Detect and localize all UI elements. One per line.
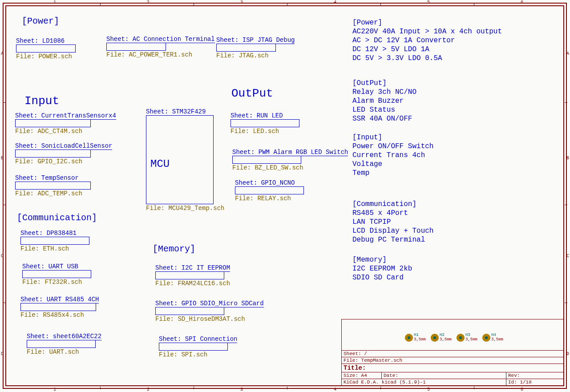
sheet-temp[interactable]: Sheet: TempSensor xyxy=(15,174,79,182)
file-rs485: File: RS485x4.sch xyxy=(20,311,84,319)
box-spi[interactable] xyxy=(159,343,228,351)
sheet-sdio[interactable]: Sheet: GPIO SDIO_Micro SDCard xyxy=(155,300,264,307)
box-s60[interactable] xyxy=(27,340,96,348)
tick xyxy=(287,3,287,5)
ruler-num: 4 xyxy=(334,0,336,5)
note-mem-l2: SDIO SD Card xyxy=(352,274,404,282)
ruler-num: 3 xyxy=(240,0,243,5)
hole-size: 3,5mm xyxy=(491,337,503,342)
sheet-rs485[interactable]: Sheet: UART RS485 4CH xyxy=(20,296,99,303)
ruler-num: 1 xyxy=(53,387,56,392)
file-dp: File: ETH.sch xyxy=(20,245,69,252)
sheet-sonic[interactable]: Sheet: SonicLoadCellSensor xyxy=(15,142,112,150)
tick xyxy=(474,3,474,5)
hole-icon xyxy=(457,334,465,342)
tb-date: Date: xyxy=(382,372,506,379)
box-ct[interactable] xyxy=(15,119,91,127)
hole-ref: H3 xyxy=(465,333,470,337)
file-s60: File: UART.sch xyxy=(27,348,79,356)
ruler-num: 5 xyxy=(427,387,430,392)
tb-id: Id: 1/18 xyxy=(506,379,564,386)
note-mem-title: [Memory] xyxy=(352,256,387,264)
memory-header: [Memory] xyxy=(153,244,195,254)
box-sonic[interactable] xyxy=(15,150,91,158)
hole-ref: H4 xyxy=(491,333,496,337)
box-dp[interactable] xyxy=(20,237,89,245)
ruler-num: 6 xyxy=(521,0,523,5)
box-jtag[interactable] xyxy=(216,44,276,52)
note-input-l2: Current Trans 4ch xyxy=(352,151,425,159)
hole-ref: H1 xyxy=(414,333,419,337)
file-jtag: File: JTAG.sch xyxy=(216,52,269,59)
note-comm-l3: LCD Display + Touch xyxy=(352,227,433,235)
sheet-acconn[interactable]: Sheet: AC Connection Terminal xyxy=(106,36,215,43)
sheet-dp[interactable]: Sheet: DP838481 xyxy=(20,230,77,237)
sheet-pwm[interactable]: Sheet: PWM Alarm RGB LED Switch xyxy=(232,149,348,156)
file-eeprom: File: FRAM24LC16.sch xyxy=(155,280,230,287)
input-header: Input xyxy=(24,94,59,108)
ruler-letter: A xyxy=(1,51,4,56)
sheet-runled[interactable]: Sheet: RUN LED xyxy=(230,112,283,120)
note-comm-l4: Debug PC Terminal xyxy=(352,236,425,244)
sheet-usb[interactable]: Sheet: UART USB xyxy=(22,263,78,271)
box-rs485[interactable] xyxy=(20,303,96,311)
mcu-label: MCU xyxy=(150,158,170,170)
note-comm-title: [Communication] xyxy=(352,200,416,208)
note-power-l2: AC > DC 12V 1A Convertor xyxy=(352,36,455,44)
box-sdio[interactable] xyxy=(155,307,224,315)
ruler-num: 2 xyxy=(147,387,150,392)
hole-icon xyxy=(405,334,413,342)
tb-rev: Rev: xyxy=(506,372,564,379)
tick xyxy=(287,387,287,389)
ruler-num: 6 xyxy=(521,387,523,392)
tick xyxy=(474,387,474,389)
hole-icon xyxy=(431,334,439,342)
hole-ref: H2 xyxy=(440,333,445,337)
tick xyxy=(3,205,5,205)
tick xyxy=(380,387,381,389)
file-sonic: File: GPIO_I2C.sch xyxy=(15,158,82,165)
sheet-ct[interactable]: Sheet: CurrentTransSensorx4 xyxy=(15,112,116,120)
note-output-l4: SSR 40A ON/OFF xyxy=(352,115,412,123)
box-eeprom[interactable] xyxy=(155,271,224,279)
tick xyxy=(100,3,101,5)
comm-header: [Communication] xyxy=(17,213,97,223)
box-temp[interactable] xyxy=(15,182,91,190)
sheet-ncno[interactable]: Sheet: GPIO_NCNO xyxy=(235,179,295,187)
file-usb: File: FT232R.sch xyxy=(22,279,82,286)
note-comm-l2: LAN TCPIP xyxy=(352,218,391,226)
note-power-l1: AC220V 40A Input > 10A x 4ch output xyxy=(352,28,502,36)
tb-file: File: TempMaster.sch xyxy=(342,357,564,364)
note-input-l4: Temp xyxy=(352,169,369,177)
file-mcu: File: MCU429_Temp.sch xyxy=(146,205,224,212)
file-spi: File: SPI.sch xyxy=(159,351,207,358)
note-comm-l1: RS485 x 4Port xyxy=(352,209,408,217)
sheet-s60[interactable]: Sheet: sheet60A2EC22 xyxy=(27,333,101,340)
sheet-ld1086[interactable]: Sheet: LD1086 xyxy=(16,37,65,45)
file-temp: File: ADC_TEMP.sch xyxy=(15,190,82,197)
ruler-num: 2 xyxy=(147,0,150,5)
tick xyxy=(194,387,194,389)
ruler-letter: A xyxy=(566,51,569,56)
sheet-mcu[interactable]: Sheet: STM32F429 xyxy=(146,108,206,116)
box-acconn[interactable] xyxy=(106,43,166,51)
note-input-l1: Power ON/OFF Switch xyxy=(352,142,433,150)
hole-size: 3,5mm xyxy=(465,337,477,342)
box-runled[interactable] xyxy=(230,119,299,127)
file-acconn: File: AC_POWER_TER1.sch xyxy=(106,51,192,58)
box-ncno[interactable] xyxy=(235,186,304,194)
note-power-title: [Power] xyxy=(352,19,382,27)
sheet-jtag[interactable]: Sheet: ISP JTAG Debug xyxy=(216,36,295,44)
box-ld1086[interactable] xyxy=(16,44,76,53)
note-power-l3: DC 12V > 5V LDO 1A xyxy=(352,45,429,53)
note-output-l2: Alarm Buzzer xyxy=(352,97,404,105)
title-block: Sheet: / File: TempMaster.sch Title: Siz… xyxy=(341,350,564,386)
tb-size: Size: A4 xyxy=(342,372,382,379)
sheet-eeprom[interactable]: Sheet: I2C IT EEPROM xyxy=(155,264,230,272)
box-pwm[interactable] xyxy=(232,156,301,164)
output-header: OutPut xyxy=(231,87,273,100)
tick xyxy=(565,205,567,205)
box-usb[interactable] xyxy=(22,270,91,278)
tick xyxy=(565,102,567,103)
sheet-spi[interactable]: Sheet: SPI Connection xyxy=(159,335,237,343)
